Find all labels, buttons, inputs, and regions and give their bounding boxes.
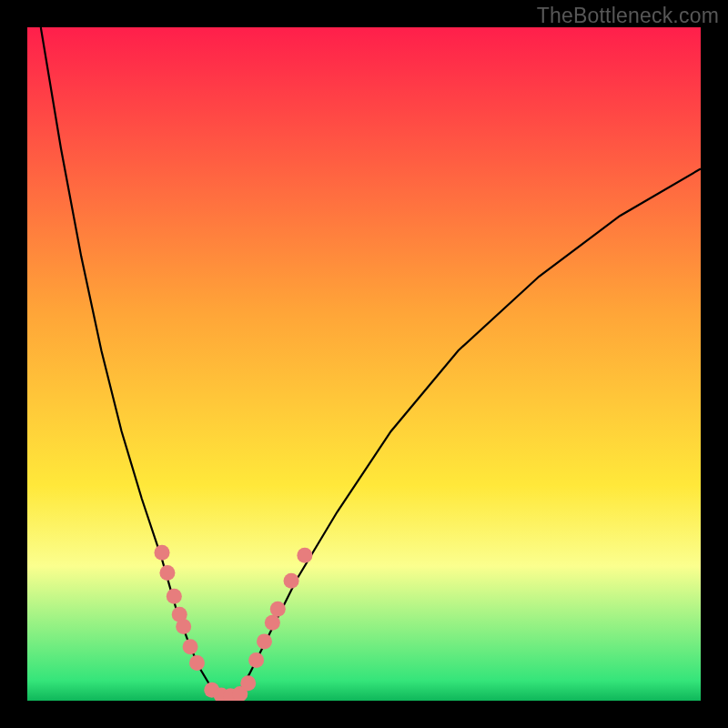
data-point	[189, 655, 205, 671]
left-beads	[155, 545, 205, 671]
data-point	[257, 633, 272, 649]
data-point	[159, 565, 175, 581]
data-point	[155, 545, 170, 561]
data-point	[270, 602, 286, 617]
plot-area	[27, 27, 701, 701]
watermark-text: TheBottleneck.com	[537, 4, 719, 28]
data-point	[167, 589, 182, 604]
data-point	[265, 615, 280, 631]
bottom-beads	[204, 675, 256, 701]
data-point	[284, 573, 299, 589]
data-point	[248, 652, 264, 668]
left-curve	[41, 27, 223, 699]
data-point	[240, 675, 256, 691]
right-beads	[248, 548, 312, 668]
data-point	[297, 548, 312, 563]
chart-svg	[27, 27, 701, 701]
data-point	[183, 639, 198, 654]
right-curve	[236, 168, 701, 697]
data-point	[176, 619, 191, 634]
chart-frame: TheBottleneck.com	[0, 0, 728, 728]
